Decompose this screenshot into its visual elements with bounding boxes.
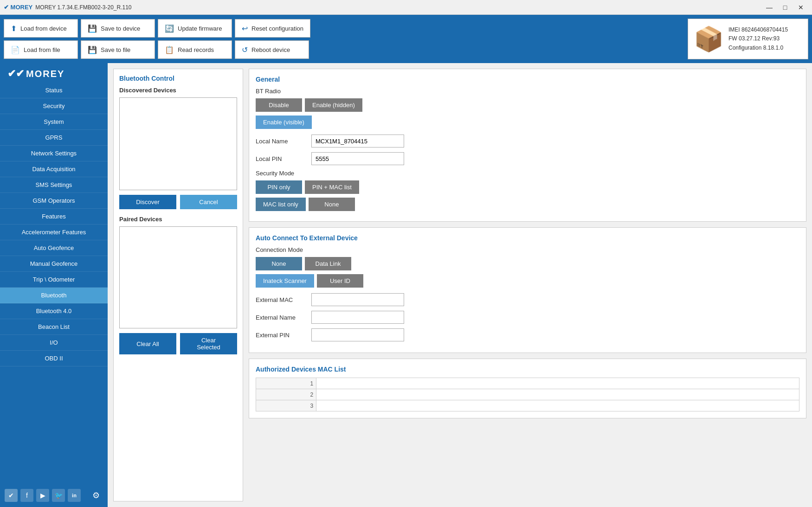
maximize-button[interactable]: □: [778, 2, 793, 13]
save-to-file-button[interactable]: 💾 Save to file: [81, 40, 155, 59]
twitter-icon[interactable]: 🐦: [52, 489, 65, 502]
minimize-button[interactable]: —: [762, 2, 777, 13]
external-name-label: External Name: [256, 314, 307, 321]
disable-button[interactable]: Disable: [256, 98, 302, 112]
enable-hidden-button[interactable]: Enable (hidden): [305, 98, 362, 112]
sidebar-item-features[interactable]: Features: [0, 209, 108, 225]
sidebar-item-gprs[interactable]: GPRS: [0, 130, 108, 146]
content-area: Bluetooth Control Discovered Devices Dis…: [108, 63, 812, 507]
sidebar-item-auto-geofence[interactable]: Auto Geofence: [0, 240, 108, 256]
mac-list-table: 1 2 3: [256, 378, 799, 411]
sidebar-item-sms-settings[interactable]: SMS Settings: [0, 177, 108, 193]
morey-social-icon[interactable]: ✔: [5, 489, 18, 502]
external-pin-row: External PIN: [256, 328, 799, 341]
external-mac-input[interactable]: [311, 293, 404, 306]
sidebar-item-bluetooth-40[interactable]: Bluetooth 4.0: [0, 303, 108, 319]
reboot-device-button[interactable]: ↺ Reboot device: [235, 40, 309, 59]
local-name-input[interactable]: [311, 135, 404, 148]
toolbar-buttons: ⬆ Load from device 💾 Save to device 🔄 Up…: [4, 19, 310, 59]
sidebar-item-network-settings[interactable]: Network Settings: [0, 146, 108, 161]
sidebar-navigation: Status Security System GPRS Network Sett…: [0, 83, 108, 484]
data-link-button[interactable]: Data Link: [305, 257, 351, 270]
main-content: ✔✔ MOREY Status Security System GPRS Net…: [0, 63, 812, 507]
title-bar: ✔ MOREY MOREY 1.7.34.E.FMB002-3-20_R.110…: [0, 0, 812, 15]
local-pin-label: Local PIN: [256, 155, 307, 162]
reset-configuration-button[interactable]: ↩ Reset configuration: [235, 19, 310, 38]
sidebar-item-trip-odometer[interactable]: Trip \ Odometer: [0, 272, 108, 288]
cancel-button[interactable]: Cancel: [180, 195, 237, 209]
discovered-devices-list[interactable]: [119, 97, 237, 190]
sidebar-item-manual-geofence[interactable]: Manual Geofence: [0, 256, 108, 272]
clear-all-button[interactable]: Clear All: [119, 333, 176, 354]
mac-list-only-button[interactable]: MAC list only: [256, 198, 306, 211]
sidebar-item-security[interactable]: Security: [0, 98, 108, 114]
reboot-icon: ↺: [242, 45, 248, 54]
device-config: Configuration 8.18.1.0: [728, 44, 788, 52]
sidebar-item-bluetooth[interactable]: Bluetooth: [0, 288, 108, 303]
social-icons: ✔ f ▶ 🐦 in: [5, 489, 81, 502]
mac-list-row-1: 1: [256, 378, 799, 389]
auto-connect-panel: Auto Connect To External Device Connecti…: [249, 227, 806, 353]
general-title: General: [256, 76, 799, 83]
device-icon: 📦: [694, 25, 724, 53]
mac-row-input-3[interactable]: [319, 403, 796, 409]
mac-row-num-1: 1: [256, 378, 316, 389]
title-bar-title: ✔ MOREY MOREY 1.7.34.E.FMB002-3-20_R.110: [4, 4, 132, 11]
device-imei: IMEI 862464068704415: [728, 26, 788, 34]
mac-row-input-2[interactable]: [319, 391, 796, 398]
discover-button[interactable]: Discover: [119, 195, 176, 209]
external-mac-label: External MAC: [256, 296, 307, 303]
mac-row-input-1[interactable]: [319, 380, 796, 387]
load-file-icon: 📄: [11, 45, 20, 54]
clear-selected-button[interactable]: Clear Selected: [180, 333, 237, 354]
enable-visible-button[interactable]: Enable (visible): [256, 116, 312, 129]
sidebar-item-data-acquisition[interactable]: Data Acquisition: [0, 161, 108, 177]
youtube-icon[interactable]: ▶: [36, 489, 49, 502]
paired-devices-label: Paired Devices: [119, 216, 237, 223]
paired-devices-list[interactable]: [119, 226, 237, 328]
save-to-device-button[interactable]: 💾 Save to device: [81, 19, 155, 38]
update-firmware-button[interactable]: 🔄 Update firmware: [158, 19, 232, 38]
external-pin-label: External PIN: [256, 332, 307, 339]
sidebar-item-io[interactable]: I/O: [0, 335, 108, 351]
sidebar-item-gsm-operators[interactable]: GSM Operators: [0, 193, 108, 209]
bt-control-title: Bluetooth Control: [119, 75, 237, 82]
sidebar-item-status[interactable]: Status: [0, 83, 108, 98]
close-button[interactable]: ✕: [793, 2, 808, 13]
sidebar-item-obd-ii[interactable]: OBD II: [0, 351, 108, 366]
update-firmware-icon: 🔄: [165, 24, 174, 33]
app-logo-small: ✔ MOREY: [4, 4, 32, 11]
security-mode-btn-group-2: MAC list only None: [256, 198, 799, 211]
user-id-button[interactable]: User ID: [317, 274, 363, 288]
read-records-icon: 📋: [165, 45, 174, 54]
load-device-icon: ⬆: [11, 24, 17, 33]
external-mac-row: External MAC: [256, 293, 799, 306]
linkedin-icon[interactable]: in: [68, 489, 81, 502]
toolbar-row-1: ⬆ Load from device 💾 Save to device 🔄 Up…: [4, 19, 310, 38]
load-from-device-button[interactable]: ⬆ Load from device: [4, 19, 78, 38]
load-from-file-button[interactable]: 📄 Load from file: [4, 40, 78, 59]
bt-radio-label: BT Radio: [256, 88, 799, 95]
external-pin-input[interactable]: [311, 328, 404, 341]
read-records-button[interactable]: 📋 Read records: [158, 40, 232, 59]
pin-only-button[interactable]: PIN only: [256, 180, 302, 194]
settings-gear-button[interactable]: ⚙: [89, 488, 103, 502]
local-pin-row: Local PIN: [256, 152, 799, 165]
none-security-button[interactable]: None: [309, 198, 355, 211]
inatek-scanner-button[interactable]: Inateck Scanner: [256, 274, 314, 288]
local-pin-input[interactable]: [311, 152, 404, 165]
sidebar-item-system[interactable]: System: [0, 114, 108, 130]
sidebar-logo: ✔✔ MOREY: [0, 63, 108, 83]
mac-list-panel: Authorized Devices MAC List 1 2: [249, 359, 806, 418]
general-panel: General BT Radio Disable Enable (hidden)…: [249, 69, 806, 222]
external-name-input[interactable]: [311, 311, 404, 324]
sidebar-item-accelerometer-features[interactable]: Accelerometer Features: [0, 225, 108, 240]
pin-mac-list-button[interactable]: PIN + MAC list: [305, 180, 359, 194]
reset-config-icon: ↩: [242, 24, 248, 33]
local-name-label: Local Name: [256, 138, 307, 145]
facebook-icon[interactable]: f: [20, 489, 33, 502]
sidebar-footer: ✔ f ▶ 🐦 in ⚙: [0, 484, 108, 507]
bluetooth-control-panel: Bluetooth Control Discovered Devices Dis…: [113, 69, 243, 501]
sidebar-item-beacon-list[interactable]: Beacon List: [0, 319, 108, 335]
none-connection-button[interactable]: None: [256, 257, 302, 270]
